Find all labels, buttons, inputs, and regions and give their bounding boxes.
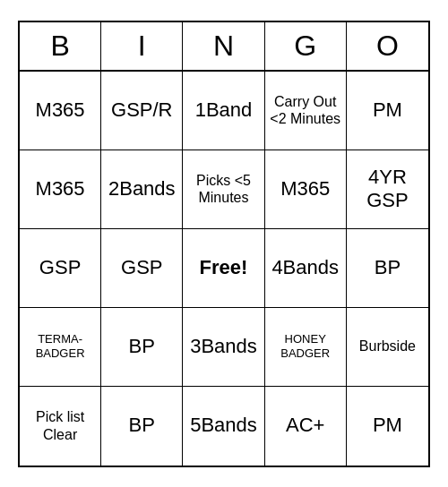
cell-r4-c0: Pick list Clear	[20, 387, 101, 466]
header-letter-O: O	[347, 22, 428, 70]
cell-r0-c1: GSP/R	[101, 72, 183, 150]
cell-r3-c1: BP	[101, 308, 183, 387]
cell-r3-c4: Burbside	[347, 308, 428, 387]
bingo-grid: M365GSP/R1BandCarry Out <2 MinutesPMM365…	[20, 72, 428, 466]
cell-r2-c0: GSP	[20, 229, 101, 308]
cell-r2-c4: BP	[347, 229, 428, 308]
cell-r1-c1: 2Bands	[101, 150, 183, 229]
bingo-header: BINGO	[20, 22, 428, 72]
cell-r4-c4: PM	[347, 387, 428, 466]
cell-r0-c2: 1Band	[183, 72, 264, 150]
cell-r1-c0: M365	[20, 150, 101, 229]
cell-r2-c3: 4Bands	[265, 229, 347, 308]
cell-r4-c2: 5Bands	[183, 387, 264, 466]
cell-r2-c1: GSP	[101, 229, 183, 308]
cell-r3-c3: HONEY BADGER	[265, 308, 347, 387]
cell-r0-c0: M365	[20, 72, 101, 150]
cell-r2-c2: Free!	[183, 229, 264, 308]
cell-r4-c1: BP	[101, 387, 183, 466]
cell-r1-c4: 4YR GSP	[347, 150, 428, 229]
cell-r1-c2: Picks <5 Minutes	[183, 150, 264, 229]
cell-r0-c3: Carry Out <2 Minutes	[265, 72, 347, 150]
bingo-card: BINGO M365GSP/R1BandCarry Out <2 Minutes…	[18, 21, 430, 467]
header-letter-N: N	[183, 22, 264, 70]
cell-r4-c3: AC+	[265, 387, 347, 466]
header-letter-I: I	[101, 22, 183, 70]
cell-r0-c4: PM	[347, 72, 428, 150]
cell-r1-c3: M365	[265, 150, 347, 229]
header-letter-G: G	[265, 22, 347, 70]
header-letter-B: B	[20, 22, 101, 70]
cell-r3-c2: 3Bands	[183, 308, 264, 387]
cell-r3-c0: TERMA-BADGER	[20, 308, 101, 387]
